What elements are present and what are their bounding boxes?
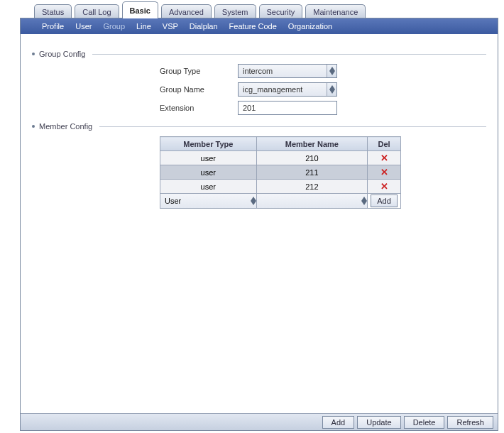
- select-add-member-type-value: User: [165, 197, 181, 205]
- delete-icon[interactable]: ✕: [380, 181, 388, 192]
- table-row: user 210 ✕: [160, 151, 401, 165]
- svg-marker-7: [361, 201, 367, 205]
- tab-call-log[interactable]: Call Log: [75, 4, 119, 18]
- select-group-type-value: intercom: [243, 67, 273, 75]
- subnav-organization[interactable]: Organization: [288, 22, 332, 31]
- table-add-row: User: [160, 194, 401, 209]
- tab-status[interactable]: Status: [34, 4, 72, 18]
- select-add-member-type[interactable]: User: [160, 194, 256, 208]
- table-header-row: Member Type Member Name Del: [160, 137, 401, 151]
- select-group-name-value: icg_management: [243, 85, 302, 94]
- divider: [92, 54, 486, 55]
- subnav-feature-code[interactable]: Feature Code: [229, 22, 277, 31]
- delete-button[interactable]: Delete: [404, 416, 445, 429]
- svg-marker-4: [251, 197, 256, 201]
- subnav-dialplan[interactable]: Dialplan: [190, 22, 218, 31]
- divider: [99, 126, 486, 127]
- cell-member-type: user: [160, 165, 257, 180]
- cell-member-name: 212: [256, 180, 367, 194]
- main-panel: Profile User Group Line VSP Dialplan Fea…: [20, 18, 498, 431]
- label-group-type: Group Type: [160, 67, 238, 75]
- tab-maintenance[interactable]: Maintenance: [305, 4, 366, 18]
- cell-member-name: 211: [256, 165, 367, 180]
- refresh-button[interactable]: Refresh: [447, 416, 493, 429]
- cell-member-type: user: [160, 180, 257, 194]
- section-member-config: Member Config: [32, 122, 486, 131]
- chevron-updown-icon: [327, 65, 336, 77]
- section-group-config: Group Config: [32, 50, 486, 58]
- th-del: Del: [368, 137, 401, 151]
- section-title-member: Member Config: [39, 122, 92, 131]
- footer-toolbar: Add Update Delete Refresh: [21, 413, 498, 430]
- delete-icon[interactable]: ✕: [380, 167, 388, 177]
- svg-marker-5: [251, 201, 256, 205]
- top-tabbar: Status Call Log Basic Advanced System Se…: [20, 3, 500, 18]
- add-button[interactable]: Add: [322, 416, 355, 429]
- svg-marker-6: [361, 197, 367, 201]
- subnav-vsp[interactable]: VSP: [163, 22, 178, 31]
- chevron-updown-icon: [361, 197, 367, 205]
- subnav-user[interactable]: User: [75, 22, 92, 31]
- bullet-icon: [32, 125, 35, 128]
- tab-basic[interactable]: Basic: [122, 1, 158, 18]
- member-table: Member Type Member Name Del user 210 ✕ u…: [160, 136, 401, 209]
- label-extension: Extension: [160, 104, 238, 112]
- th-member-name: Member Name: [256, 137, 367, 151]
- subnav-profile[interactable]: Profile: [42, 22, 64, 31]
- select-group-name[interactable]: icg_management: [238, 82, 337, 97]
- section-title-group: Group Config: [39, 50, 85, 58]
- add-member-button[interactable]: Add: [371, 194, 398, 207]
- svg-marker-3: [329, 89, 335, 94]
- tab-security[interactable]: Security: [259, 4, 303, 18]
- svg-marker-1: [329, 71, 335, 75]
- input-extension[interactable]: [238, 101, 337, 115]
- table-row: user 211 ✕: [160, 165, 401, 180]
- bullet-icon: [32, 53, 35, 55]
- table-row: user 212 ✕: [160, 180, 401, 194]
- th-member-type: Member Type: [160, 137, 257, 151]
- sub-nav: Profile User Group Line VSP Dialplan Fea…: [21, 18, 498, 34]
- subnav-group[interactable]: Group: [103, 22, 125, 31]
- cell-member-type: user: [160, 151, 257, 165]
- delete-icon[interactable]: ✕: [380, 153, 388, 163]
- label-group-name: Group Name: [160, 85, 238, 94]
- update-button[interactable]: Update: [357, 416, 400, 429]
- subnav-line[interactable]: Line: [136, 22, 151, 31]
- select-add-member-name[interactable]: [257, 194, 367, 208]
- cell-member-name: 210: [256, 151, 367, 165]
- chevron-updown-icon: [327, 83, 336, 96]
- tab-advanced[interactable]: Advanced: [161, 4, 212, 18]
- chevron-updown-icon: [251, 197, 256, 205]
- select-group-type[interactable]: intercom: [238, 64, 337, 78]
- tab-system[interactable]: System: [214, 4, 256, 18]
